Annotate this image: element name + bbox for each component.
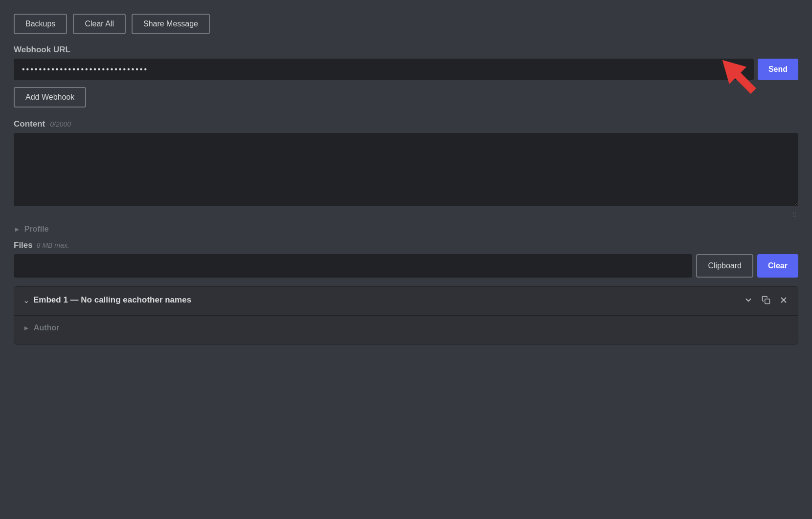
- author-chevron-icon: ►: [23, 324, 30, 332]
- profile-label: Profile: [24, 225, 49, 234]
- profile-chevron-icon: ►: [14, 225, 21, 233]
- embed-body: ► Author: [14, 318, 798, 344]
- content-textarea[interactable]: [14, 133, 798, 206]
- embed-collapse-button[interactable]: [743, 295, 754, 305]
- add-webhook-row: Add Webhook: [14, 87, 798, 108]
- content-label: Content: [14, 119, 45, 129]
- profile-section[interactable]: ► Profile: [14, 220, 798, 238]
- content-header: Content 0/2000: [14, 119, 798, 129]
- files-row: Clipboard Clear: [14, 254, 798, 278]
- files-label: Files: [14, 240, 33, 250]
- author-label: Author: [34, 324, 59, 332]
- author-section[interactable]: ► Author: [23, 320, 789, 336]
- top-buttons-row: Backups Clear All Share Message: [14, 14, 798, 34]
- embed-close-button[interactable]: [778, 295, 789, 305]
- embed-divider: [14, 315, 798, 316]
- content-counter: 0/2000: [50, 120, 71, 128]
- send-button[interactable]: Send: [758, 59, 798, 80]
- main-container: Backups Clear All Share Message Webhook …: [0, 0, 812, 519]
- files-header: Files 8 MB max.: [14, 240, 798, 250]
- embed-header-right: [743, 295, 789, 305]
- webhook-url-label: Webhook URL: [14, 45, 798, 55]
- add-webhook-button[interactable]: Add Webhook: [14, 87, 86, 108]
- backups-button[interactable]: Backups: [14, 14, 67, 34]
- webhook-url-row: Send: [14, 59, 798, 80]
- embed-header[interactable]: ⌄ Embed 1 — No calling eachother names: [14, 287, 798, 313]
- files-clear-button[interactable]: Clear: [757, 254, 798, 278]
- webhook-url-input[interactable]: [14, 59, 754, 80]
- embed-section: ⌄ Embed 1 — No calling eachother names: [14, 286, 798, 345]
- clipboard-button[interactable]: Clipboard: [696, 254, 753, 278]
- embed-chevron-down-icon: ⌄: [23, 296, 29, 305]
- resize-handle: ::: [14, 210, 798, 218]
- embed-copy-button[interactable]: [761, 295, 771, 305]
- svg-rect-1: [765, 299, 770, 304]
- files-drop-area[interactable]: [14, 254, 692, 278]
- embed-header-left: ⌄ Embed 1 — No calling eachother names: [23, 295, 191, 305]
- embed-title: Embed 1 — No calling eachother names: [33, 295, 191, 305]
- clear-all-button[interactable]: Clear All: [73, 14, 126, 34]
- share-message-button[interactable]: Share Message: [132, 14, 210, 34]
- files-max-size: 8 MB max.: [37, 241, 69, 249]
